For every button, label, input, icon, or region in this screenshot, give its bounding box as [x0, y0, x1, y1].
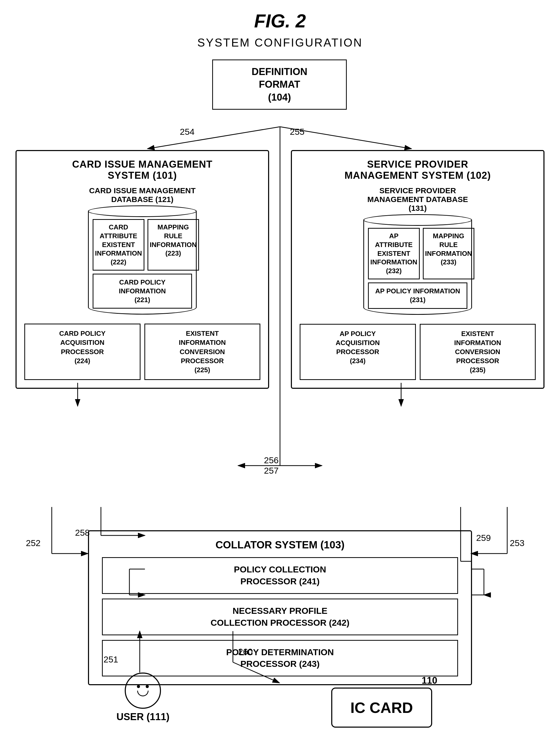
diagram-container: FIG. 2 SYSTEM CONFIGURATION DEFINITIONFO…	[0, 0, 560, 746]
ref-259: 259	[476, 533, 491, 543]
definition-format-box: DEFINITIONFORMAT (104)	[212, 59, 347, 110]
user-mouth	[137, 691, 148, 696]
definition-format-label: DEFINITIONFORMAT	[252, 66, 307, 90]
card-processors-row: CARD POLICYACQUISITIONPROCESSOR(224) EXI…	[24, 324, 260, 380]
figure-title: FIG. 2	[0, 10, 560, 32]
collator-section: COLLATOR SYSTEM (103) POLICY COLLECTIONP…	[88, 530, 472, 685]
card-db-title: CARD ISSUE MANAGEMENTDATABASE (121)	[88, 186, 197, 204]
ref-257: 257	[264, 466, 279, 476]
card-issue-system-box: CARD ISSUE MANAGEMENTSYSTEM (101) CARD I…	[16, 150, 269, 389]
service-provider-system-box: SERVICE PROVIDERMANAGEMENT SYSTEM (102) …	[291, 150, 544, 389]
ap-policy-info-box: AP POLICY INFORMATION(231)	[368, 283, 467, 309]
ref-251: 251	[104, 654, 118, 664]
user-section: USER (111)	[116, 672, 169, 722]
sp-db-title: SERVICE PROVIDERMANAGEMENT DATABASE (131…	[363, 186, 472, 212]
sp-db-cylinder-body: APATTRIBUTEEXISTENTINFORMATION(232) MAPP…	[363, 220, 472, 315]
card-attr-box: CARDATTRIBUTEEXISTENTINFORMATION(222)	[93, 219, 144, 270]
ref-256: 256	[264, 455, 279, 465]
sp-database: SERVICE PROVIDERMANAGEMENT DATABASE (131…	[363, 186, 472, 315]
necessary-profile-processor: NECESSARY PROFILECOLLECTION PROCESSOR (2…	[102, 599, 458, 635]
card-issue-system-title: CARD ISSUE MANAGEMENTSYSTEM (101)	[24, 159, 260, 181]
collator-box: COLLATOR SYSTEM (103) POLICY COLLECTIONP…	[88, 530, 472, 685]
sp-processors-row: AP POLICYACQUISITIONPROCESSOR(234) EXIST…	[300, 324, 536, 380]
collator-title: COLLATOR SYSTEM (103)	[102, 539, 458, 551]
db-top-ellipse	[88, 205, 197, 217]
ref-252: 252	[26, 538, 40, 548]
sp-db-top-ellipse	[363, 214, 472, 226]
ap-attr-box: APATTRIBUTEEXISTENTINFORMATION(232)	[368, 228, 420, 279]
user-left-eye	[137, 685, 140, 688]
card-policy-info-box: CARD POLICY INFORMATION(221)	[93, 274, 192, 309]
card-exist-info-conv-processor: EXISTENTINFORMATIONCONVERSIONPROCESSOR(2…	[144, 324, 260, 380]
user-eyes	[137, 685, 149, 688]
user-label: USER (111)	[116, 711, 169, 722]
service-provider-system-title: SERVICE PROVIDERMANAGEMENT SYSTEM (102)	[300, 159, 536, 181]
db-cylinder-body: CARDATTRIBUTEEXISTENTINFORMATION(222) MA…	[88, 211, 197, 315]
ref-258: 258	[75, 528, 90, 538]
ic-card-section: 110 IC CARD	[331, 675, 432, 728]
ref-260: 260	[238, 647, 253, 657]
figure-subtitle: SYSTEM CONFIGURATION	[0, 36, 560, 49]
card-mapping-rule-box: MAPPINGRULEINFORMATION(223)	[147, 219, 199, 270]
policy-collection-processor: POLICY COLLECTIONPROCESSOR (241)	[102, 557, 458, 594]
user-right-eye	[146, 685, 149, 688]
ap-policy-acq-processor: AP POLICYACQUISITIONPROCESSOR(234)	[300, 324, 416, 380]
definition-format-ref: (104)	[268, 92, 291, 103]
ref-253: 253	[510, 538, 525, 548]
svg-line-2	[147, 127, 280, 149]
sp-exist-info-conv-processor: EXISTENTINFORMATIONCONVERSIONPROCESSOR(2…	[420, 324, 536, 380]
card-issue-database: CARD ISSUE MANAGEMENTDATABASE (121) CARD…	[88, 186, 197, 315]
ref-254: 254	[180, 127, 195, 137]
user-face	[125, 672, 161, 709]
ic-card-ref: 110	[331, 675, 437, 686]
ic-card-box: IC CARD	[331, 688, 432, 728]
policy-determination-processor: POLICY DETERMINATIONPROCESSOR (243)	[102, 640, 458, 677]
sp-mapping-rule-box: MAPPINGRULEINFORMATION(233)	[423, 228, 475, 279]
ref-255: 255	[290, 127, 305, 137]
card-policy-acq-processor: CARD POLICYACQUISITIONPROCESSOR(224)	[24, 324, 141, 380]
